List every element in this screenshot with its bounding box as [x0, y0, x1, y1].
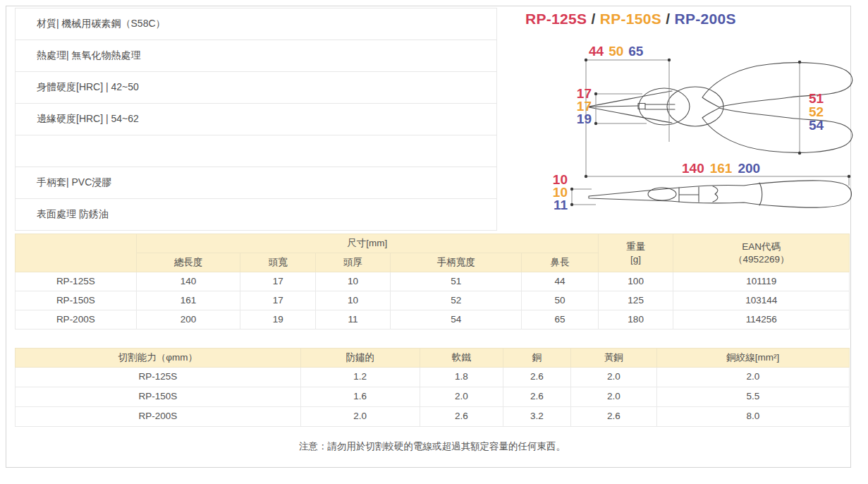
value-cell: 10 — [315, 272, 390, 291]
value-cell: 1.8 — [420, 368, 503, 387]
ean-header: EAN代碼 （4952269） — [673, 234, 850, 272]
ean-header-line1: EAN代碼 — [678, 241, 845, 253]
product-title: RP-125S / RP-150S / RP-200S — [525, 11, 736, 28]
value-cell: 2.6 — [503, 387, 571, 407]
table-row: RP-150S 1.6 2.0 2.6 2.0 5.5 — [16, 387, 850, 407]
svg-text:445065: 445065 — [589, 44, 644, 59]
col-header-head-width: 頭寬 — [240, 253, 315, 272]
svg-text:52: 52 — [809, 104, 824, 119]
model-name-150: RP-150S — [600, 11, 661, 27]
size-table: 尺寸[mm] 重量 [g] EAN代碼 （4952269） 總長度 頭寬 頭厚 … — [15, 234, 850, 329]
table-row: RP-200S 2.0 2.6 3.2 2.6 8.0 — [16, 407, 850, 427]
dim-handle-width: 51 52 54 — [798, 61, 824, 155]
value-cell: 2.0 — [570, 368, 656, 387]
value-cell: 2.0 — [420, 387, 503, 407]
pliers-side-view — [589, 181, 852, 207]
value-cell: 11 — [315, 310, 390, 329]
value-cell: 2.6 — [503, 368, 571, 387]
value-cell: 19 — [240, 310, 315, 329]
spec-row-body-hrc: 身體硬度[HRC] | 42~50 — [16, 72, 496, 104]
value-cell: 100 — [598, 272, 673, 291]
svg-text:51: 51 — [809, 91, 824, 106]
dim-nose-length: 445065 — [585, 44, 671, 176]
weight-header-line2: [g] — [603, 253, 668, 266]
table-row: RP-125S 1.2 1.8 2.6 2.0 2.0 — [16, 368, 850, 387]
value-cell: 44 — [522, 272, 599, 291]
size-group-header: 尺寸[mm] — [136, 234, 598, 253]
model-cell: RP-150S — [16, 387, 301, 407]
value-cell: 114256 — [673, 310, 850, 329]
value-cell: 2.6 — [420, 407, 503, 427]
spec-row-grip: 手柄套| PVC浸膠 — [16, 167, 496, 199]
spec-row-material: 材質| 機械用碳素鋼（S58C） — [16, 8, 496, 40]
value-cell: 101119 — [673, 272, 850, 291]
spec-row-heat: 熱處理| 無氧化物熱處理 — [16, 40, 496, 72]
svg-text:11: 11 — [554, 198, 568, 212]
cutting-table: 切割能力（φmm） 防鏽的 軟鐵 銅 黃銅 銅絞線[mm²] RP-125S 1… — [15, 348, 850, 427]
weight-header-line1: 重量 — [603, 241, 668, 253]
value-cell: 180 — [598, 310, 673, 329]
dim-head-thickness: 10 10 11 — [553, 172, 596, 212]
spec-row-empty — [16, 135, 496, 167]
col-header-nose-length: 鼻長 — [522, 253, 599, 272]
col-header-total-length: 總長度 — [136, 253, 240, 272]
value-cell: 1.2 — [300, 368, 420, 387]
value-cell: 54 — [391, 310, 522, 329]
value-cell: 52 — [391, 291, 522, 310]
model-name-200: RP-200S — [674, 11, 735, 27]
col-header-handle-width: 手柄寬度 — [391, 253, 522, 272]
value-cell: 65 — [522, 310, 599, 329]
col-header-soft-iron: 軟鐵 — [420, 349, 503, 368]
value-cell: 1.6 — [300, 387, 420, 407]
table-row: RP-150S 161 17 10 52 50 125 103144 — [16, 291, 850, 310]
value-cell: 2.0 — [656, 368, 849, 387]
spec-row-edge-hrc: 邊緣硬度[HRC] | 54~62 — [16, 104, 496, 135]
col-header-brass: 黃銅 — [570, 349, 656, 368]
table-row: RP-125S 140 17 10 51 44 100 101119 — [16, 272, 850, 291]
size-table-corner-cell — [16, 234, 137, 272]
col-header-strand: 銅絞線[mm²] — [656, 349, 849, 368]
value-cell: 103144 — [673, 291, 850, 310]
svg-text:54: 54 — [809, 118, 824, 133]
table-row: RP-200S 200 19 11 54 65 180 114256 — [16, 310, 850, 329]
model-cell: RP-125S — [16, 272, 137, 291]
value-cell: 125 — [598, 291, 673, 310]
col-header-copper: 銅 — [503, 349, 571, 368]
value-cell: 2.6 — [570, 407, 656, 427]
title-separator: / — [661, 11, 674, 27]
value-cell: 2.0 — [300, 407, 420, 427]
svg-text:19: 19 — [577, 111, 592, 126]
spec-row-surface: 表面處理 防銹油 — [16, 199, 496, 231]
value-cell: 140 — [136, 272, 240, 291]
model-name-125: RP-125S — [525, 11, 587, 27]
title-separator: / — [587, 11, 599, 27]
dim-total-length: 140161200 — [585, 161, 850, 186]
model-cell: RP-150S — [16, 291, 137, 310]
value-cell: 161 — [136, 291, 240, 310]
value-cell: 10 — [315, 291, 390, 310]
col-header-capacity: 切割能力（φmm） — [16, 349, 301, 368]
value-cell: 17 — [240, 291, 315, 310]
value-cell: 17 — [240, 272, 315, 291]
content-frame: 材質| 機械用碳素鋼（S58C） 熱處理| 無氧化物熱處理 身體硬度[HRC] … — [6, 6, 851, 468]
model-cell: RP-200S — [16, 310, 137, 329]
value-cell: 3.2 — [503, 407, 571, 427]
pliers-diagram: 445065 17 17 19 51 52 54 140161200 — [493, 35, 860, 231]
value-cell: 50 — [522, 291, 599, 310]
weight-header: 重量 [g] — [598, 234, 673, 272]
value-cell: 51 — [391, 272, 522, 291]
value-cell: 8.0 — [656, 407, 849, 427]
model-cell: RP-125S — [16, 368, 301, 387]
col-header-piano-wire: 防鏽的 — [300, 349, 420, 368]
svg-text:140161200: 140161200 — [682, 161, 760, 176]
value-cell: 200 — [136, 310, 240, 329]
value-cell: 5.5 — [656, 387, 849, 407]
model-cell: RP-200S — [16, 407, 301, 427]
spec-panel: 材質| 機械用碳素鋼（S58C） 熱處理| 無氧化物熱處理 身體硬度[HRC] … — [15, 8, 497, 231]
caution-note: 注意：請勿用於切割較硬的電線或超過其額定容量的任何東西。 — [15, 427, 850, 466]
col-header-head-thick: 頭厚 — [315, 253, 390, 272]
ean-header-line2: （4952269） — [678, 253, 845, 266]
value-cell: 2.0 — [570, 387, 656, 407]
